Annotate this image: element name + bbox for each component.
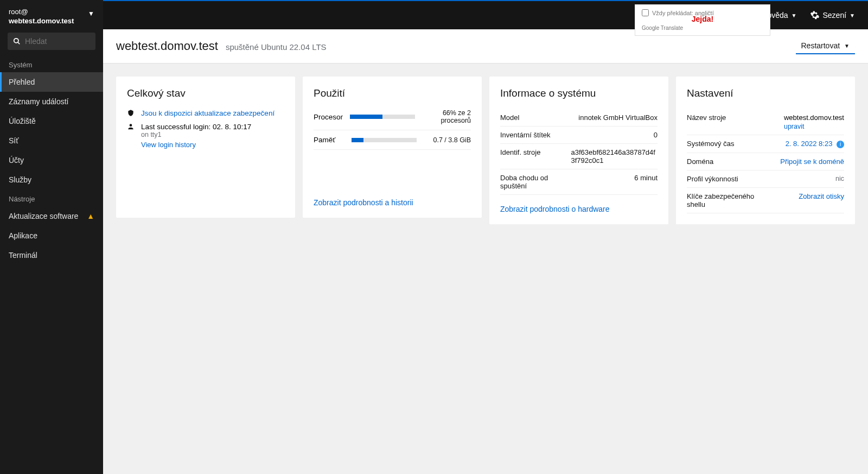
hardware-details-link[interactable]: Zobrazit podrobnosti o hardware bbox=[500, 195, 658, 213]
restart-label: Restartovat bbox=[801, 41, 840, 50]
hostname-label: Název stroje bbox=[687, 113, 726, 130]
security-updates-link[interactable]: Jsou k dispozici aktualizace zabezpečení bbox=[141, 109, 275, 117]
sidebar-item-accounts[interactable]: Účty bbox=[0, 150, 103, 170]
chevron-down-icon: ▼ bbox=[792, 12, 797, 18]
shield-icon bbox=[127, 109, 136, 117]
translate-overlay: Vždy překládat: angličtí Google Translat… bbox=[635, 4, 770, 36]
mem-label: Paměť bbox=[314, 136, 335, 144]
perf-profile-label: Profil výkonnosti bbox=[687, 175, 738, 183]
uptime-label: Doba chodu od spuštění bbox=[500, 174, 571, 190]
host-selector[interactable]: root@ webtest.domov.test ▼ bbox=[0, 0, 103, 33]
asset-label: Inventární štítek bbox=[500, 131, 551, 139]
svg-point-0 bbox=[14, 39, 18, 43]
asset-value: 0 bbox=[654, 131, 658, 139]
systime-value[interactable]: 2. 8. 2022 8:23 bbox=[786, 140, 833, 148]
svg-point-4 bbox=[130, 124, 132, 127]
login-tty: on tty1 bbox=[141, 131, 251, 138]
nav-section-system: Systém bbox=[0, 55, 103, 72]
cpu-value: 66% ze 2 procesorů bbox=[422, 109, 471, 124]
search-input[interactable] bbox=[25, 37, 90, 46]
sidebar-item-storage[interactable]: Úložiště bbox=[0, 111, 103, 131]
session-label: Sezení bbox=[823, 11, 847, 20]
usage-details-link[interactable]: Zobrazit podrobnosti a historii bbox=[314, 188, 471, 207]
card-title: Použití bbox=[314, 87, 471, 99]
sidebar-item-services[interactable]: Služby bbox=[0, 170, 103, 189]
last-login: Last successful login: 02. 8. 10:17 bbox=[141, 123, 251, 131]
gear-icon bbox=[810, 10, 820, 20]
card-title: Celkový stav bbox=[127, 87, 284, 99]
session-menu[interactable]: Sezení ▼ bbox=[810, 10, 856, 20]
host-name: webtest.domov.test bbox=[9, 17, 74, 26]
card-health: Celkový stav Jsou k dispozici aktualizac… bbox=[116, 77, 295, 218]
sidebar-item-apps[interactable]: Aplikace bbox=[0, 226, 103, 245]
model-value: innotek GmbH VirtualBox bbox=[578, 113, 658, 122]
perf-profile-value: nic bbox=[835, 175, 844, 183]
overlay-jejda: Jejda! bbox=[692, 15, 713, 23]
translate-checkbox[interactable] bbox=[642, 9, 649, 16]
mem-bar bbox=[352, 138, 417, 142]
warning-icon: ▲ bbox=[87, 212, 94, 220]
restart-button[interactable]: Restartovat ▼ bbox=[796, 38, 856, 54]
cpu-label: Procesor bbox=[314, 113, 343, 121]
uptime-value: 6 minut bbox=[634, 174, 658, 190]
ssh-keys-label: Klíče zabezpečeného shellu bbox=[687, 192, 758, 208]
user-icon bbox=[127, 123, 136, 130]
sidebar-item-updates[interactable]: Aktualizace software ▲ bbox=[0, 206, 103, 226]
search-box[interactable] bbox=[8, 33, 95, 50]
card-usage: Použití Procesor 66% ze 2 procesorů Pamě… bbox=[303, 77, 482, 218]
hostname-edit-link[interactable]: upravit bbox=[784, 123, 805, 130]
card-title: Nastavení bbox=[687, 87, 844, 99]
systime-label: Systémový čas bbox=[687, 140, 734, 148]
sidebar-item-logs[interactable]: Záznamy událostí bbox=[0, 92, 103, 111]
translate-credit: Google Translate bbox=[642, 25, 763, 31]
sidebar-item-terminal[interactable]: Terminál bbox=[0, 245, 103, 265]
host-user: root@ bbox=[9, 8, 74, 17]
chevron-down-icon: ▼ bbox=[88, 10, 94, 17]
model-label: Model bbox=[500, 113, 519, 122]
chevron-down-icon: ▼ bbox=[844, 43, 850, 49]
info-icon: i bbox=[837, 141, 844, 148]
nav-section-tools: Nástroje bbox=[0, 189, 103, 206]
hostname-value: webtest.domov.test bbox=[784, 113, 844, 122]
login-history-link[interactable]: View login history bbox=[141, 141, 251, 149]
ssh-keys-link[interactable]: Zobrazit otisky bbox=[799, 192, 844, 208]
page-title: webtest.domov.test bbox=[116, 39, 218, 53]
card-settings: Nastavení Název stroje webtest.domov.tes… bbox=[676, 77, 855, 224]
search-icon bbox=[13, 37, 21, 45]
chevron-down-icon: ▼ bbox=[850, 12, 855, 18]
card-system: Informace o systému Model innotek GmbH V… bbox=[489, 77, 668, 224]
svg-line-1 bbox=[18, 42, 20, 45]
machine-id-label: Identif. stroje bbox=[500, 148, 540, 165]
sidebar-item-label: Aktualizace software bbox=[9, 212, 78, 220]
domain-join-link[interactable]: Připojit se k doméně bbox=[780, 157, 844, 166]
page-subtitle: spuštěné Ubuntu 22.04 LTS bbox=[226, 42, 327, 52]
card-title: Informace o systému bbox=[500, 87, 658, 99]
machine-id-value: a3f63ebf682146a38787d4f3f792c0c1 bbox=[571, 148, 658, 165]
sidebar-item-network[interactable]: Síť bbox=[0, 131, 103, 150]
sidebar-item-overview[interactable]: Přehled bbox=[0, 72, 103, 92]
cpu-bar bbox=[350, 115, 415, 119]
mem-value: 0.7 / 3.8 GiB bbox=[433, 136, 471, 144]
domain-label: Doména bbox=[687, 157, 713, 166]
